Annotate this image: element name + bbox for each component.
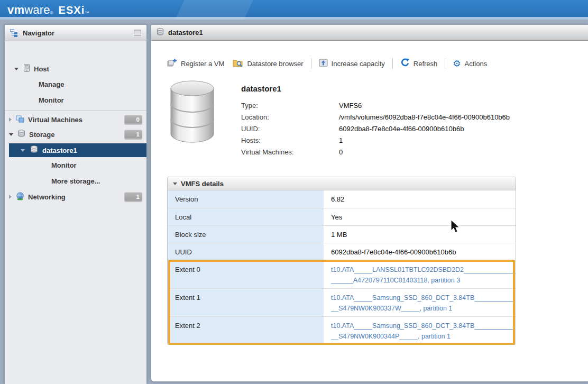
summary-value: 0 bbox=[339, 148, 343, 156]
trademark-mark: ™ bbox=[85, 11, 89, 15]
count-badge: 0 bbox=[124, 115, 142, 124]
sidebar-item-label: Monitor bbox=[39, 96, 64, 104]
row-value: 6092dba8-f7e8c04e-4f66-00900b610b6b bbox=[324, 243, 516, 260]
chevron-down-icon[interactable] bbox=[14, 68, 19, 70]
row-label: Local bbox=[168, 208, 324, 225]
mouse-cursor bbox=[450, 219, 462, 237]
sidebar-item-label: More storage... bbox=[51, 177, 100, 185]
count-badge: 1 bbox=[124, 130, 142, 139]
networking-globe-icon bbox=[16, 192, 24, 202]
summary-label: UUID: bbox=[241, 125, 339, 133]
datastore-browser-icon bbox=[233, 59, 243, 69]
registered-mark: ® bbox=[50, 11, 53, 15]
navigator-title: Navigator bbox=[23, 25, 54, 41]
toolbar-separator bbox=[311, 58, 311, 69]
datastore-panel: datastore1 Register a VM Dat bbox=[151, 24, 588, 382]
refresh-button[interactable]: Refresh bbox=[400, 58, 438, 69]
chevron-down-icon bbox=[173, 182, 177, 185]
app-header: vmware®ESXi™ bbox=[0, 0, 588, 20]
summary-row: Type: VMFS6 bbox=[241, 99, 510, 111]
sidebar-item-datastore-monitor[interactable]: Monitor bbox=[5, 158, 146, 172]
register-vm-icon bbox=[167, 58, 177, 69]
table-row: Version 6.82 bbox=[168, 190, 516, 208]
increase-capacity-button[interactable]: Increase capacity bbox=[319, 59, 385, 69]
row-label: Version bbox=[168, 190, 324, 208]
brand-ware: ware bbox=[24, 3, 50, 16]
datastore-icon bbox=[157, 28, 164, 38]
brand-esxi: ESXi bbox=[59, 4, 85, 16]
window-title: datastore1 bbox=[168, 29, 203, 36]
navigator-tree-icon bbox=[10, 29, 17, 40]
sidebar-item-label: Storage bbox=[29, 131, 54, 139]
summary-label: Type: bbox=[241, 102, 339, 109]
vmfs-details-header[interactable]: VMFS details bbox=[168, 177, 516, 190]
sidebar-item-storage[interactable]: Storage 1 bbox=[5, 127, 146, 142]
extent-device-link[interactable]: t10.ATA_____LANSSL01TBTLC92DSBD2D2______… bbox=[331, 264, 516, 275]
row-value: Yes bbox=[324, 208, 516, 225]
sidebar-item-label: datastore1 bbox=[42, 147, 77, 154]
summary-value: 6092dba8-f7e8c04e-4f66-00900b610b6b bbox=[339, 125, 464, 133]
sidebar-item-label: Networking bbox=[28, 193, 66, 201]
storage-icon bbox=[17, 130, 25, 139]
chevron-down-icon[interactable] bbox=[21, 149, 25, 152]
summary-value: /vmfs/volumes/6092dba8-f7e8c04e-4f66-009… bbox=[339, 113, 510, 121]
row-label: UUID bbox=[168, 243, 324, 260]
summary-row: Virtual Machines: 0 bbox=[241, 146, 510, 158]
sidebar-item-host[interactable]: Host bbox=[5, 61, 146, 76]
sidebar-item-networking[interactable]: Networking 1 bbox=[5, 189, 146, 204]
tree-divider bbox=[5, 110, 146, 111]
datastore-icon bbox=[30, 145, 38, 155]
summary-label: Location: bbox=[241, 113, 339, 121]
sidebar-item-host-manage[interactable]: Manage bbox=[5, 76, 146, 92]
row-value: 1 MB bbox=[324, 226, 516, 243]
row-label: Block size bbox=[168, 226, 324, 243]
toolbar: Register a VM Datastore browser Increas bbox=[167, 56, 487, 71]
sidebar-item-label: Manage bbox=[39, 80, 64, 88]
extent-device-link[interactable]: t10.ATA_____Samsung_SSD_860_DCT_3.84TB__… bbox=[331, 321, 516, 331]
brand-vm: vm bbox=[7, 3, 24, 16]
row-label: Extent 0 bbox=[168, 261, 324, 288]
sidebar-item-virtual-machines[interactable]: Virtual Machines 0 bbox=[5, 112, 146, 127]
row-label: Extent 2 bbox=[168, 317, 324, 344]
summary-label: Hosts: bbox=[241, 136, 339, 144]
sidebar-item-more-storage[interactable]: More storage... bbox=[5, 173, 146, 188]
summary-value: VMFS6 bbox=[339, 102, 362, 109]
register-vm-label: Register a VM bbox=[181, 60, 224, 68]
register-vm-button[interactable]: Register a VM bbox=[167, 58, 224, 69]
refresh-icon bbox=[400, 58, 410, 69]
actions-button[interactable]: ⚙ Actions bbox=[453, 59, 487, 68]
vmfs-details-panel: VMFS details Version 6.82 Local Yes Bloc… bbox=[167, 177, 516, 345]
extent-device-link[interactable]: t10.ATA_____Samsung_SSD_860_DCT_3.84TB__… bbox=[331, 292, 516, 303]
navigator-header: Navigator bbox=[5, 25, 146, 41]
table-row-extent-1: Extent 1 t10.ATA_____Samsung_SSD_860_DCT… bbox=[168, 288, 516, 316]
collapse-panel-icon[interactable] bbox=[134, 30, 141, 36]
chevron-right-icon[interactable] bbox=[9, 117, 12, 122]
chevron-right-icon[interactable] bbox=[9, 195, 12, 199]
sidebar-item-label: Host bbox=[34, 65, 49, 73]
summary-row: Location: /vmfs/volumes/6092dba8-f7e8c04… bbox=[241, 111, 510, 123]
host-icon bbox=[24, 64, 30, 74]
gear-icon: ⚙ bbox=[453, 59, 461, 68]
increase-capacity-icon bbox=[319, 59, 328, 69]
sidebar-item-datastore1[interactable]: datastore1 bbox=[9, 143, 146, 157]
summary-row: Hosts: 1 bbox=[241, 134, 510, 146]
datastore-browser-button[interactable]: Datastore browser bbox=[233, 59, 303, 69]
vmware-esxi-logo: vmware®ESXi™ bbox=[7, 0, 89, 20]
sidebar-item-host-monitor[interactable]: Monitor bbox=[5, 92, 146, 108]
refresh-label: Refresh bbox=[414, 60, 438, 68]
extent-device-link[interactable]: __S479NW0K900344P_____, partition 1 bbox=[331, 331, 516, 342]
datastore-browser-label: Datastore browser bbox=[247, 60, 303, 68]
summary-row: UUID: 6092dba8-f7e8c04e-4f66-00900b610b6… bbox=[241, 123, 510, 134]
toolbar-separator bbox=[445, 58, 445, 69]
count-badge: 1 bbox=[124, 193, 142, 202]
extent-device-link[interactable]: ______A4720797110C01403118, partition 3 bbox=[331, 275, 516, 286]
chevron-down-icon[interactable] bbox=[9, 133, 13, 136]
table-row: Local Yes bbox=[168, 208, 516, 225]
extent-device-link[interactable]: __S479NW0K900337W_____, partition 1 bbox=[331, 303, 516, 314]
summary-value: 1 bbox=[339, 136, 343, 144]
table-row-extent-0: Extent 0 t10.ATA_____LANSSL01TBTLC92DSBD… bbox=[168, 260, 516, 288]
table-row: UUID 6092dba8-f7e8c04e-4f66-00900b610b6b bbox=[168, 243, 516, 260]
datastore-title: datastore1 bbox=[241, 84, 281, 93]
virtual-machines-icon bbox=[16, 115, 24, 124]
sidebar-item-label: Monitor bbox=[51, 161, 77, 169]
